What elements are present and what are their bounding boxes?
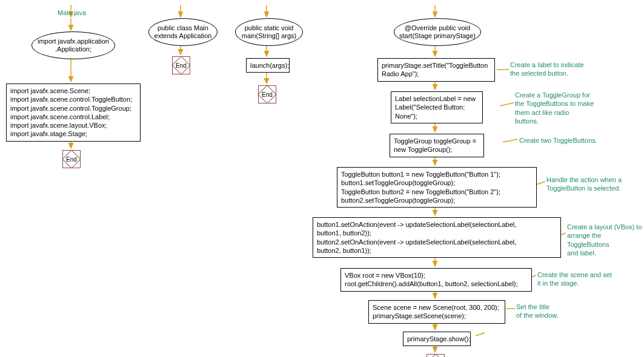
file-label: Main.java xyxy=(58,9,86,16)
svg-line-27 xyxy=(476,333,485,336)
box-vbox: VBox root = new VBox(10); root.getChildr… xyxy=(340,268,532,292)
svg-line-21 xyxy=(500,103,514,106)
annotation-handle: Handle the action when a ToggleButton is… xyxy=(546,175,622,193)
box-scene: Scene scene = new Scene(root, 300, 200);… xyxy=(368,300,505,324)
ellipse-start-method: @Override public void start(Stage primar… xyxy=(394,18,481,46)
ellipse-class-main: public class Main extends Application xyxy=(148,18,217,46)
box-launch: launch(args); xyxy=(246,58,290,73)
ellipse-import-app: import javafx.application .Application; xyxy=(32,31,115,59)
annotation-togglegroup: Create a ToggleGroup for the ToggleButto… xyxy=(515,91,594,125)
annotation-label: Create a label to indicate the selected … xyxy=(510,61,584,78)
ellipse-text: @Override public void start(Stage primar… xyxy=(396,24,479,40)
ellipse-text: import javafx.application .Application; xyxy=(33,38,113,53)
box-togglegroup: ToggleGroup toggleGroup = new ToggleGrou… xyxy=(390,134,484,157)
annotation-title: Set the title of the window. xyxy=(516,303,559,320)
end-node: End xyxy=(427,354,445,357)
box-imports: import javafx.scene.Scene; import javafx… xyxy=(6,84,141,142)
ellipse-main-method: public static void main(String[] args) xyxy=(235,18,303,46)
ellipse-text: public static void main(String[] args) xyxy=(237,24,301,40)
end-node: End xyxy=(62,150,81,168)
end-node: End xyxy=(258,85,276,103)
box-label: Label selectionLabel = new Label("Select… xyxy=(391,91,483,123)
svg-line-23 xyxy=(536,182,545,185)
end-node: End xyxy=(172,56,190,74)
annotation-vbox: Create a layout (VBox) to arrange the To… xyxy=(567,223,644,257)
box-settitle: primaryStage.setTitle("ToggleButton Radi… xyxy=(377,58,495,82)
ellipse-text: public class Main extends Application xyxy=(150,24,216,40)
svg-line-22 xyxy=(503,139,518,142)
annotation-buttons: Create two ToggleButtons. xyxy=(519,136,597,145)
annotation-scene: Create the scene and set it in the stage… xyxy=(537,270,612,288)
box-buttons: ToggleButton button1 = new ToggleButton(… xyxy=(337,167,537,208)
box-show: primaryStage.show(); xyxy=(403,332,471,346)
box-setonaction: button1.setOnAction(event -> updateSelec… xyxy=(313,217,561,258)
